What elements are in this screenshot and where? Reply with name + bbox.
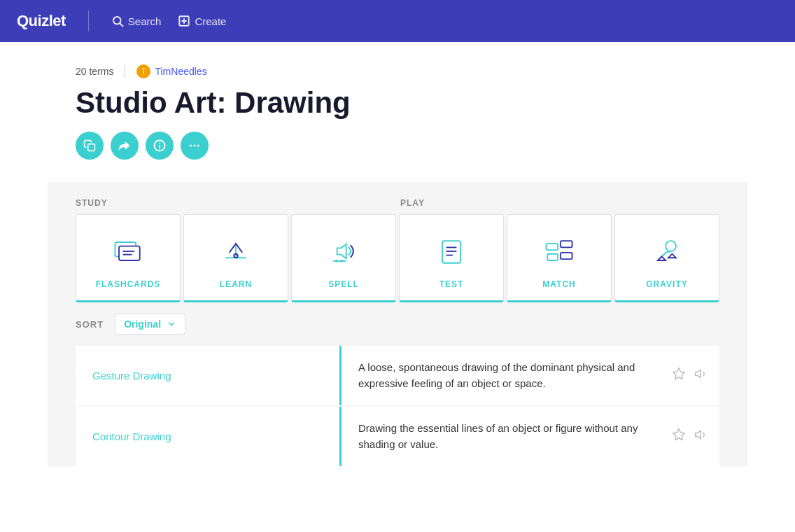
logo: Quizlet <box>17 12 66 30</box>
chevron-down-icon <box>167 319 176 329</box>
sort-select[interactable]: Original <box>115 314 185 335</box>
avatar: T <box>136 64 150 78</box>
username: TimNeedles <box>155 66 206 77</box>
info-button[interactable] <box>146 132 174 160</box>
flashcards-label: FLASHCARDS <box>96 279 161 289</box>
search-label: Search <box>128 15 162 27</box>
svg-point-21 <box>340 260 343 262</box>
search-icon <box>111 15 124 27</box>
flashcards-icon <box>108 232 148 271</box>
mode-card-learn[interactable]: LEARN <box>183 214 288 302</box>
main-content: 20 terms T TimNeedles Studio Art: Drawin… <box>0 42 795 532</box>
svg-marker-36 <box>696 430 701 439</box>
action-icons-row <box>76 132 719 160</box>
play-label-area: PLAY <box>395 196 719 209</box>
user-link[interactable]: T TimNeedles <box>136 64 206 78</box>
term-definition: Drawing the essential lines of an object… <box>342 407 661 466</box>
term-actions <box>661 346 719 405</box>
test-icon <box>432 232 471 271</box>
svg-rect-22 <box>442 241 460 263</box>
content-area: 20 terms T TimNeedles Studio Art: Drawin… <box>48 42 747 490</box>
term-word: Gesture Drawing <box>76 346 342 405</box>
svg-rect-26 <box>546 244 558 250</box>
header: Quizlet Search Create <box>0 0 795 42</box>
svg-rect-29 <box>561 253 572 259</box>
sort-label: SORT <box>76 319 104 330</box>
table-row: Gesture Drawing A loose, spontaneous dra… <box>76 346 719 405</box>
study-label-area: STUDY <box>76 196 395 209</box>
share-icon <box>118 139 131 152</box>
gravity-icon <box>647 232 687 271</box>
mode-card-gravity[interactable]: GRAVITY <box>614 214 719 302</box>
svg-marker-34 <box>696 370 701 378</box>
create-icon <box>178 15 190 27</box>
term-definition: A loose, spontaneous drawing of the domi… <box>342 346 661 405</box>
spell-icon <box>324 232 363 271</box>
sort-current-value: Original <box>124 318 161 330</box>
svg-marker-33 <box>673 368 685 379</box>
header-divider <box>88 10 89 31</box>
create-label: Create <box>195 15 226 27</box>
svg-rect-13 <box>119 246 140 260</box>
terms-count: 20 terms <box>76 66 113 77</box>
info-icon <box>153 139 166 152</box>
term-actions <box>661 407 719 466</box>
modes-labels-row: STUDY PLAY <box>76 196 719 209</box>
gravity-label: GRAVITY <box>646 279 687 289</box>
sort-bar: SORT Original <box>48 302 747 346</box>
modes-row: FLASHCARDS LEARN <box>76 214 719 302</box>
svg-marker-31 <box>658 257 666 261</box>
table-row: Contour Drawing Drawing the essential li… <box>76 407 719 466</box>
term-word: Contour Drawing <box>76 407 342 466</box>
mode-card-test[interactable]: TEST <box>399 214 504 302</box>
svg-point-10 <box>194 145 196 147</box>
svg-point-9 <box>190 145 192 147</box>
mode-card-match[interactable]: MATCH <box>507 214 612 302</box>
match-label: MATCH <box>542 279 575 289</box>
learn-label: LEARN <box>220 279 252 289</box>
share-button[interactable] <box>111 132 139 160</box>
spell-label: SPELL <box>328 279 359 289</box>
meta-divider <box>125 65 125 78</box>
svg-marker-35 <box>673 429 685 440</box>
meta-row: 20 terms T TimNeedles <box>76 64 719 78</box>
svg-point-0 <box>113 17 121 24</box>
audio-icon[interactable] <box>694 367 708 384</box>
match-icon <box>540 232 579 271</box>
header-nav: Search Create <box>111 15 227 27</box>
mode-card-spell[interactable]: SPELL <box>291 214 396 302</box>
svg-point-30 <box>666 241 676 251</box>
star-icon[interactable] <box>672 428 686 445</box>
audio-icon[interactable] <box>694 428 708 445</box>
study-label: STUDY <box>76 198 108 208</box>
svg-point-20 <box>335 260 338 262</box>
svg-rect-28 <box>547 254 558 260</box>
more-icon <box>188 139 201 152</box>
svg-rect-5 <box>88 144 95 151</box>
terms-list: Gesture Drawing A loose, spontaneous dra… <box>48 346 747 466</box>
svg-line-1 <box>120 24 123 27</box>
copy-icon <box>83 139 96 152</box>
learn-icon <box>216 232 255 271</box>
svg-rect-27 <box>561 241 572 247</box>
create-nav-item[interactable]: Create <box>178 15 226 27</box>
star-icon[interactable] <box>672 367 686 384</box>
more-button[interactable] <box>181 132 209 160</box>
modes-container: STUDY PLAY <box>48 182 747 466</box>
play-label: PLAY <box>400 198 425 208</box>
svg-marker-32 <box>668 254 676 258</box>
mode-card-flashcards[interactable]: FLASHCARDS <box>76 214 181 302</box>
copy-button[interactable] <box>76 132 104 160</box>
svg-point-11 <box>197 145 199 147</box>
search-nav-item[interactable]: Search <box>111 15 162 27</box>
page-title: Studio Art: Drawing <box>76 87 719 119</box>
test-label: TEST <box>439 279 464 289</box>
